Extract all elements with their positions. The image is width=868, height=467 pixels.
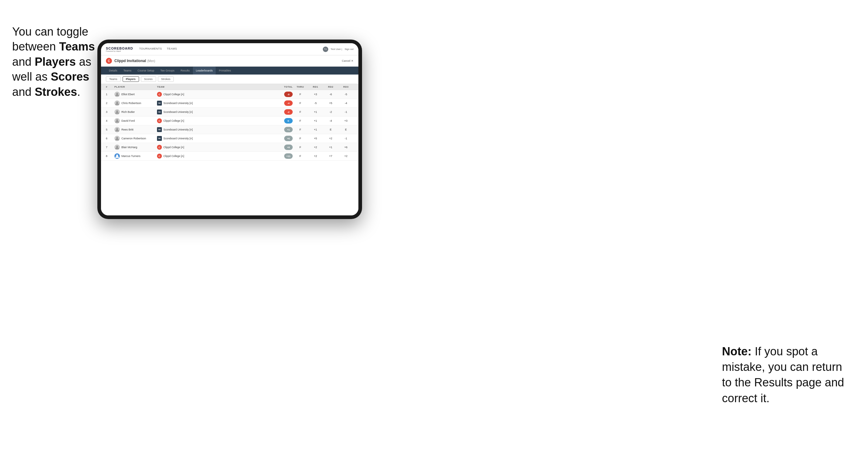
user-avatar: TU [323, 46, 328, 52]
toggle-scores-button[interactable]: Scores [141, 76, 156, 82]
rd2: +1 [323, 146, 338, 149]
player-name: Elliot Ebert [121, 93, 135, 96]
rd1: -5 [308, 102, 323, 105]
total-cell: E [271, 118, 293, 124]
left-annotation: You can togglebetween Teamsand Players a… [12, 24, 97, 99]
table-row: 4 David Ford C Clippd College [A] E F +1… [101, 117, 359, 125]
score-badge: -4 [284, 100, 293, 106]
rd3: -5 [338, 93, 353, 96]
team-name: Clippd College [A] [163, 119, 184, 122]
total-cell: +11 [271, 153, 293, 159]
player-name: Rees Britt [121, 128, 133, 131]
team-name: Scoreboard University [A] [163, 137, 193, 140]
rd2: +5 [323, 102, 338, 105]
toggle-bar: Teams Players Scores Strokes [101, 74, 359, 84]
rd3: -4 [338, 102, 353, 105]
toggle-teams-button[interactable]: Teams [106, 76, 121, 82]
rank: 1 [106, 93, 114, 96]
player-cell: David Ford [114, 118, 157, 124]
team-logo: SB [157, 110, 162, 115]
rd2: +7 [323, 155, 338, 158]
team-cell: C Clippd College [A] [157, 145, 271, 150]
nav-tournaments[interactable]: TOURNAMENTS [139, 47, 162, 52]
tab-leaderboards[interactable]: Leaderboards [193, 67, 216, 74]
table-row: 2 Chris Robertson SB Scoreboard Universi… [101, 99, 359, 108]
toggle-players-button[interactable]: Players [123, 76, 139, 82]
score-badge: -2 [284, 109, 293, 115]
team-name: Clippd College [A] [163, 146, 184, 149]
rd2: -4 [323, 119, 338, 122]
team-name: Scoreboard University [A] [163, 102, 193, 105]
tab-printables[interactable]: Printables [216, 67, 234, 74]
player-name: David Ford [121, 119, 135, 122]
player-avatar [114, 136, 120, 141]
rank: 5 [106, 128, 114, 131]
rd1: +1 [308, 128, 323, 131]
team-logo: C [157, 118, 162, 123]
tab-course-setup[interactable]: Course Setup [134, 67, 157, 74]
player-avatar [114, 92, 120, 97]
rd1: +2 [308, 146, 323, 149]
annotation-text: You can togglebetween Teamsand Players a… [12, 25, 95, 98]
player-cell: Chris Robertson [114, 100, 157, 106]
total-cell: -2 [271, 109, 293, 115]
rd2: E [323, 128, 338, 131]
rd3: +6 [338, 146, 353, 149]
rank: 2 [106, 102, 114, 105]
rd1: +1 [308, 119, 323, 122]
col-player: PLAYER [114, 86, 157, 88]
score-badge: +1 [284, 127, 293, 132]
player-avatar [114, 118, 120, 124]
player-name: Chris Robertson [121, 102, 141, 105]
sub-nav: Details Teams Course Setup Tee Groups Re… [101, 67, 359, 74]
table-row: 5 Rees Britt SB Scoreboard University [A… [101, 125, 359, 134]
tab-tee-groups[interactable]: Tee Groups [157, 67, 178, 74]
col-rd1: RD1 [308, 86, 323, 88]
top-nav: SCOREBOARD Powered by clippd TOURNAMENTS… [101, 43, 359, 55]
thru: F [293, 128, 308, 131]
tablet-screen: SCOREBOARD Powered by clippd TOURNAMENTS… [101, 43, 359, 215]
table-header: # PLAYER TEAM TOTAL THRU RD1 RD2 RD3 [101, 84, 359, 90]
tablet-frame: SCOREBOARD Powered by clippd TOURNAMENTS… [97, 39, 362, 219]
team-logo: SB [157, 101, 162, 105]
player-avatar [114, 100, 120, 106]
tab-teams[interactable]: Teams [121, 67, 135, 74]
team-logo: C [157, 154, 162, 158]
score-badge: E [284, 118, 293, 124]
col-team: TEAM [157, 86, 271, 88]
rd3: +2 [338, 155, 353, 158]
rd2: -6 [323, 93, 338, 96]
rd1: +5 [308, 137, 323, 140]
thru: F [293, 155, 308, 158]
team-cell: C Clippd College [A] [157, 154, 271, 158]
team-logo: C [157, 145, 162, 150]
toggle-strokes-button[interactable]: Strokes [158, 76, 174, 82]
player-name: Blair McHarg [121, 146, 137, 149]
cancel-button[interactable]: Cancel ✕ [342, 59, 353, 62]
rank: 8 [106, 155, 114, 158]
thru: F [293, 102, 308, 105]
table-row: 1 Elliot Ebert C Clippd College [A] -8 F… [101, 90, 359, 99]
team-cell: SB Scoreboard University [A] [157, 110, 271, 115]
logo-main-text: SCOREBOARD [106, 46, 133, 50]
rank: 4 [106, 119, 114, 122]
nav-teams[interactable]: TEAMS [167, 47, 177, 52]
user-name: Test User | [331, 48, 342, 51]
tab-results[interactable]: Results [178, 67, 193, 74]
score-badge: +8 [284, 145, 293, 150]
right-annotation: Note: If you spot a mistake, you can ret… [722, 344, 850, 406]
tournament-subtitle: (Men) [147, 59, 155, 63]
player-avatar [114, 153, 120, 159]
score-badge: +11 [284, 153, 293, 159]
thru: F [293, 93, 308, 96]
tab-details[interactable]: Details [106, 67, 121, 74]
rank: 3 [106, 111, 114, 114]
thru: F [293, 119, 308, 122]
table-row: 6 Cameron Robertson SB Scoreboard Univer… [101, 134, 359, 143]
player-cell: Blair McHarg [114, 145, 157, 150]
sign-out-link[interactable]: Sign out [345, 48, 353, 51]
player-name: Cameron Robertson [121, 137, 146, 140]
player-avatar [114, 145, 120, 150]
rd1: +2 [308, 155, 323, 158]
thru: F [293, 146, 308, 149]
